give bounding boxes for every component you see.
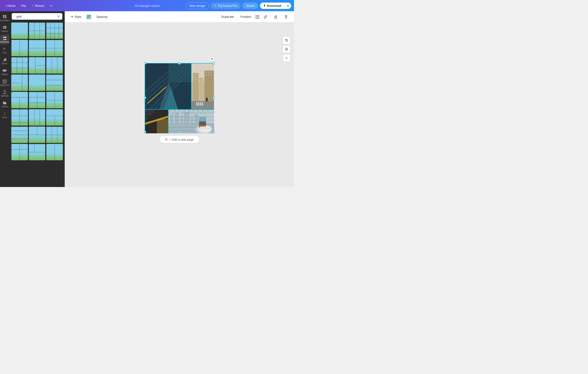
- delete-button[interactable]: [282, 14, 290, 20]
- resize-handle-mr[interactable]: [212, 96, 215, 99]
- sidebar-item-music[interactable]: Music: [0, 56, 9, 66]
- template-thumb[interactable]: [29, 109, 45, 126]
- template-thumb[interactable]: [11, 57, 28, 73]
- svg-rect-67: [196, 102, 197, 106]
- sidebar-item-templates[interactable]: Templates: [0, 13, 9, 23]
- file-button[interactable]: File: [19, 3, 28, 9]
- topbar-right: New design ♛ Try Canva Pro Share ⬇ Downl…: [186, 2, 291, 9]
- resize-button[interactable]: ⤢ Resize: [29, 3, 47, 9]
- style-button[interactable]: ✦ Style: [68, 14, 84, 20]
- template-thumb[interactable]: [11, 40, 28, 56]
- duplicate-label: Duplicate: [221, 15, 234, 19]
- photo-cell-road[interactable]: [145, 110, 168, 133]
- template-thumb[interactable]: [11, 22, 28, 39]
- download-arrow-button[interactable]: ▾: [285, 3, 291, 9]
- svg-rect-78: [145, 113, 148, 116]
- search-bar: ✕: [9, 11, 65, 21]
- sidebar-item-text[interactable]: T Text: [0, 45, 9, 55]
- file-label: File: [21, 4, 26, 8]
- search-input-wrap: ✕: [12, 13, 62, 20]
- sidebar-item-folders[interactable]: Folders: [0, 99, 9, 109]
- template-thumb[interactable]: [29, 144, 45, 160]
- template-thumb[interactable]: [46, 22, 63, 39]
- new-design-button[interactable]: New design: [186, 2, 209, 9]
- svg-rect-19: [274, 17, 277, 18]
- templates-grid: [9, 21, 65, 187]
- canvas-controls: +: [283, 37, 290, 62]
- download-button[interactable]: ⬇ Download: [260, 3, 285, 9]
- photo-cell-street[interactable]: [191, 63, 214, 109]
- copy-page-button[interactable]: [283, 37, 290, 44]
- share-button[interactable]: Share: [242, 3, 258, 9]
- lock-button[interactable]: [272, 14, 280, 20]
- sidebar-item-photos[interactable]: Photos: [0, 24, 9, 34]
- add-page-label: + Add a new page: [169, 138, 194, 141]
- sidebar-item-elements[interactable]: Elements: [0, 35, 9, 44]
- clear-search-button[interactable]: ✕: [57, 15, 60, 18]
- svg-rect-57: [195, 76, 197, 77]
- rotate-button[interactable]: ↻: [210, 56, 215, 62]
- resize-handle-br[interactable]: [212, 131, 215, 133]
- sidebar-item-videos[interactable]: Videos: [0, 67, 9, 77]
- photo-collage[interactable]: ↻: [145, 63, 214, 132]
- music-icon: [3, 58, 7, 62]
- template-thumb[interactable]: [46, 57, 63, 73]
- sidebar-item-background[interactable]: Bkground: [0, 78, 9, 88]
- canvas-viewport[interactable]: + ↻: [65, 22, 294, 187]
- canvas-page-container: ↻: [131, 54, 228, 156]
- photo-cell-fence[interactable]: [168, 110, 214, 133]
- template-thumb[interactable]: [29, 22, 45, 39]
- color-swatch[interactable]: [86, 15, 91, 19]
- add-page-button[interactable]: ↻ + Add a new page: [159, 135, 200, 143]
- undo-button[interactable]: ↩: [48, 3, 55, 9]
- collage-bottom-row: [145, 109, 214, 133]
- add-element-button[interactable]: +: [283, 54, 290, 62]
- search-input[interactable]: [16, 15, 56, 18]
- template-thumb[interactable]: [46, 109, 63, 126]
- aerial-photo: [145, 63, 191, 109]
- template-thumb[interactable]: [46, 92, 63, 108]
- resize-label: Resize: [35, 4, 44, 8]
- photo-cell-aerial[interactable]: [145, 63, 191, 109]
- svg-rect-85: [170, 114, 173, 124]
- svg-rect-80: [145, 117, 148, 120]
- template-thumb[interactable]: [11, 74, 28, 91]
- resize-handle-tm[interactable]: [178, 62, 180, 65]
- template-thumb[interactable]: [46, 40, 63, 56]
- template-thumb[interactable]: [29, 57, 45, 73]
- svg-rect-76: [148, 110, 151, 113]
- folders-icon: [3, 101, 7, 105]
- home-button[interactable]: ‹ Home: [3, 3, 18, 9]
- template-thumb[interactable]: [11, 109, 28, 126]
- template-thumb[interactable]: [46, 144, 63, 160]
- template-thumb[interactable]: [11, 126, 28, 143]
- template-thumb[interactable]: [29, 126, 45, 143]
- resize-handle-ml[interactable]: [144, 96, 146, 99]
- resize-handle-bl[interactable]: [144, 131, 146, 133]
- position-button[interactable]: Position: [238, 14, 254, 20]
- svg-rect-90: [194, 114, 199, 124]
- duplicate-page-button[interactable]: [283, 45, 290, 53]
- add-page-icon: ↻: [165, 137, 168, 141]
- svg-rect-56: [193, 76, 195, 77]
- template-thumb[interactable]: [11, 92, 28, 108]
- template-thumb[interactable]: [29, 74, 45, 91]
- template-row: [11, 40, 63, 56]
- home-label: Home: [7, 4, 15, 8]
- sidebar-item-uploads[interactable]: Uploads: [0, 89, 9, 98]
- resize-handle-bm[interactable]: [178, 131, 180, 133]
- template-thumb[interactable]: [11, 144, 28, 160]
- template-thumb[interactable]: [46, 74, 63, 91]
- svg-rect-12: [3, 70, 6, 72]
- resize-handle-tl[interactable]: [144, 62, 146, 65]
- template-thumb[interactable]: [29, 92, 45, 108]
- template-thumb[interactable]: [29, 40, 45, 56]
- duplicate-button[interactable]: Duplicate: [219, 14, 236, 20]
- link-button[interactable]: [261, 14, 270, 20]
- sidebar-item-more[interactable]: More: [0, 110, 9, 120]
- resize-handle-tr[interactable]: [212, 62, 215, 65]
- svg-point-6: [3, 37, 4, 38]
- try-pro-button[interactable]: ♛ Try Canva Pro: [211, 3, 241, 9]
- template-thumb[interactable]: [46, 126, 63, 143]
- spacing-button[interactable]: Spacing: [94, 14, 110, 20]
